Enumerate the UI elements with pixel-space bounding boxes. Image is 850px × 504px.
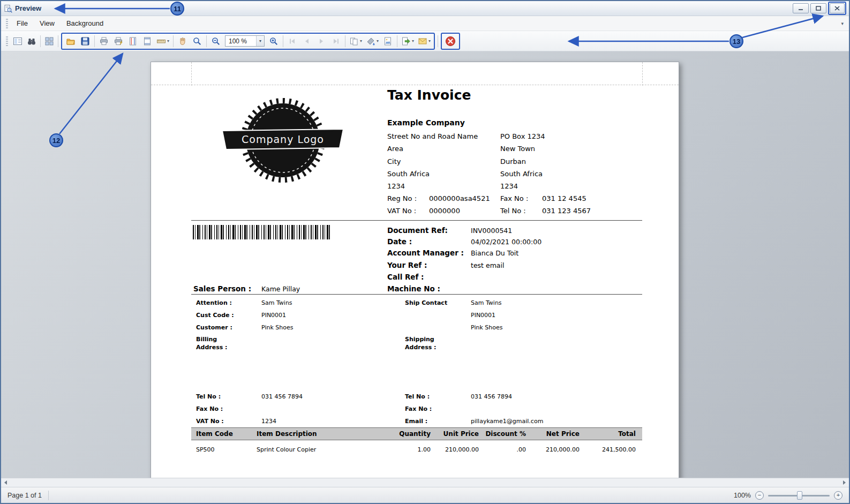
document-map-button[interactable] [11, 34, 25, 48]
print-button[interactable] [97, 34, 111, 48]
scroll-left-icon[interactable] [1, 478, 11, 487]
magnifier-button[interactable] [190, 34, 204, 48]
zoom-in-button[interactable] [267, 34, 281, 48]
col-discount: Discount % [485, 430, 526, 438]
page-setup-button[interactable] [126, 34, 140, 48]
attention-value: Sam Twins [261, 299, 292, 306]
invoice-barcode [193, 225, 330, 239]
last-page-button[interactable] [329, 34, 343, 48]
first-page-button[interactable] [285, 34, 299, 48]
company-name: Example Company [387, 118, 465, 127]
company-vat-value: 0000000 [429, 207, 460, 215]
preview-window: Preview File View Background ▾ [0, 0, 850, 504]
previous-page-button[interactable] [300, 34, 314, 48]
horizontal-scrollbar[interactable] [1, 478, 849, 487]
close-button[interactable] [830, 3, 845, 13]
col-quantity: Quantity [399, 430, 431, 438]
scale-dropdown-icon: ▾ [167, 39, 169, 43]
toolbar-separator [40, 35, 41, 47]
date-label: Date : [387, 237, 412, 246]
toolbar: ▾ 100 % ▾ [1, 31, 849, 51]
col-total: Total [618, 430, 636, 438]
item-description-value: Sprint Colour Copier [257, 446, 316, 453]
hand-tool-button[interactable] [176, 34, 190, 48]
cust-code-label: Cust Code : [196, 312, 234, 319]
quick-print-button[interactable] [111, 34, 125, 48]
toolbar-separator [58, 35, 58, 47]
sales-person-label: Sales Person : [193, 284, 251, 293]
status-separator [48, 491, 49, 500]
zoom-out-stepper[interactable]: − [755, 491, 764, 500]
your-ref-value: test email [471, 261, 504, 269]
zoom-in-stepper[interactable]: + [834, 491, 843, 500]
billing-tel-label: Tel No : [196, 393, 221, 400]
toolbar-separator [438, 35, 438, 47]
zoom-out-button[interactable] [209, 34, 223, 48]
divider [191, 220, 642, 221]
zoom-dropdown-icon[interactable]: ▾ [256, 36, 264, 46]
company-tel-label: Tel No : [500, 207, 526, 215]
next-page-button[interactable] [314, 34, 328, 48]
menu-background[interactable]: Background [61, 17, 109, 29]
zoom-percentage: 100% [734, 492, 751, 499]
company-fax-value: 031 12 4545 [542, 194, 586, 202]
search-button[interactable] [25, 34, 39, 48]
shipping-tel-value: 031 456 7894 [471, 393, 512, 400]
watermark-button[interactable] [381, 34, 395, 48]
margin-guide [191, 62, 192, 86]
menu-overflow-chevron-icon[interactable]: ▾ [838, 20, 847, 27]
menu-grip [6, 19, 8, 28]
page-color-dropdown-icon: ▾ [377, 39, 379, 43]
customer-label: Customer : [196, 324, 232, 331]
thumbnails-button[interactable] [42, 34, 56, 48]
company-fax-label: Fax No : [500, 194, 528, 202]
net-price-value: 210,000.00 [546, 446, 580, 453]
document-ref-value: INV0000541 [471, 227, 512, 235]
toolbar-callout-box: ▾ 100 % ▾ [61, 33, 435, 50]
open-button[interactable] [64, 34, 78, 48]
window-title: Preview [15, 4, 41, 12]
page-indicator: Page 1 of 1 [7, 492, 42, 499]
menu-file[interactable]: File [11, 17, 34, 29]
minimize-button[interactable] [793, 3, 809, 13]
company-city2: Durban [500, 157, 526, 166]
zoom-value: 100 % [225, 37, 256, 45]
multiple-pages-dropdown-icon: ▾ [360, 39, 362, 43]
menu-view[interactable]: View [34, 17, 61, 29]
company-logo: Company Logo [221, 96, 345, 186]
save-button[interactable] [78, 34, 92, 48]
title-bar: Preview [1, 1, 849, 16]
logo-text: Company Logo [242, 133, 324, 145]
item-code-value: SP500 [196, 446, 215, 453]
toolbar-grip [6, 36, 8, 46]
company-tel-value: 031 123 4567 [542, 207, 591, 215]
preview-app-icon [4, 4, 12, 13]
scrollbar-track[interactable] [11, 478, 839, 487]
toolbar-separator [283, 35, 283, 47]
export-dropdown-icon: ▾ [412, 39, 414, 43]
header-footer-button[interactable] [140, 34, 154, 48]
email-value: pillaykame1@gmail.com [471, 418, 543, 425]
scroll-right-icon[interactable] [839, 478, 849, 487]
zoom-combobox[interactable]: 100 % ▾ [225, 35, 265, 47]
customer-value: Pink Shoes [261, 324, 293, 331]
close-preview-button[interactable] [443, 34, 457, 48]
zoom-slider[interactable] [768, 491, 830, 500]
billing-fax-label: Fax No : [196, 405, 223, 412]
export-document-button[interactable]: ▾ [400, 34, 416, 48]
send-email-button[interactable]: ▾ [416, 34, 432, 48]
document-ref-label: Document Ref: [387, 226, 448, 235]
ship-code-value: PIN0001 [471, 312, 495, 319]
multiple-pages-button[interactable]: ▾ [348, 34, 364, 48]
company-postcode: 1234 [387, 182, 405, 190]
billing-tel-value: 031 456 7894 [261, 393, 303, 400]
page-color-button[interactable]: ▾ [364, 34, 380, 48]
shipping-address-label: Shipping Address : [405, 335, 448, 351]
company-postcode2: 1234 [500, 182, 518, 190]
billing-vat-value: 1234 [261, 418, 276, 425]
account-manager-value: Bianca Du Toit [471, 249, 518, 257]
maximize-button[interactable] [810, 3, 826, 13]
scale-button[interactable]: ▾ [155, 34, 171, 48]
document-area[interactable]: Tax Invoice Company Logo Example Company… [1, 51, 849, 478]
zoom-slider-thumb[interactable] [797, 491, 802, 500]
